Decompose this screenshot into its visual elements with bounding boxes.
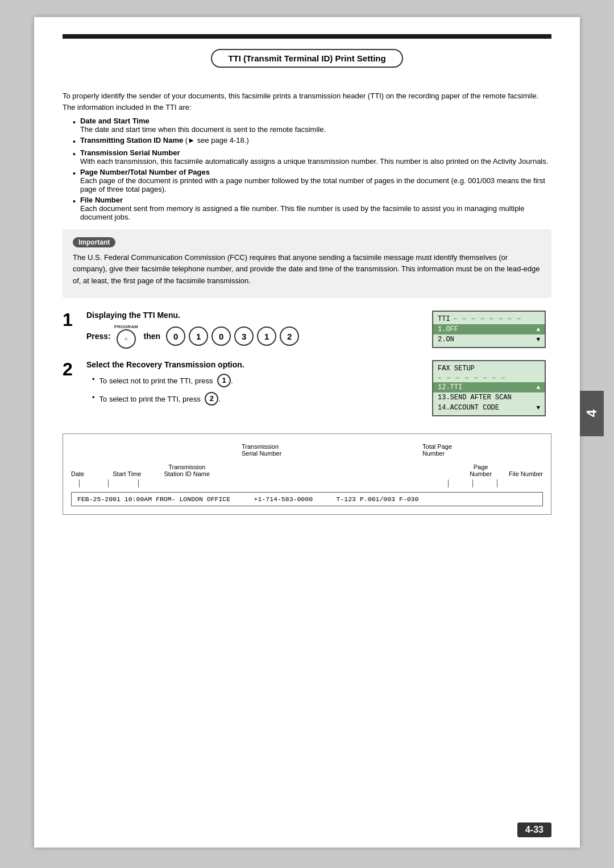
bullet-label: File Number: [80, 196, 123, 204]
lcd-1off-text: 1.OFF: [438, 325, 458, 333]
station-name-label: Transmission: [168, 464, 205, 470]
key-2-label: 2: [287, 332, 292, 341]
fax-sample-line: FEB-25-2001 10:00AM FROM- LONDON OFFICE …: [71, 492, 543, 506]
page-number-label-group: Page Number: [470, 464, 492, 477]
step2-lcd: FAX SETUP — — — — — — — — 12.TTI ▲ 13.SE…: [432, 360, 546, 416]
bullet-dot: •: [73, 137, 76, 146]
total-page-label: Total Page: [422, 443, 452, 450]
then-text: then: [144, 332, 161, 341]
step2-number: 2: [63, 360, 80, 378]
station-connector: [138, 480, 139, 487]
key-1-label: 1: [196, 332, 201, 341]
lcd-dashes2: — — — — — — — —: [438, 375, 506, 381]
side-tab: 4: [580, 391, 604, 436]
step1: 1 Displaying the TTI Menu. Press: PROGRA…: [63, 311, 551, 349]
step1-lcd: TTI — — — — — — — — 1.OFF ▲ 2.ON ▼: [432, 311, 546, 348]
program-button[interactable]: ○: [117, 329, 136, 349]
key-3-btn[interactable]: 3: [234, 326, 254, 346]
key-0-label: 0: [173, 332, 178, 341]
steps-section: 1 Displaying the TTI Menu. Press: PROGRA…: [63, 311, 551, 416]
program-icon: ○: [125, 336, 128, 342]
file-number-label: File Number: [509, 470, 543, 477]
file-number-label-group: File Number: [509, 470, 543, 477]
key-0-btn[interactable]: 0: [166, 326, 185, 346]
transmission-label-group: Transmission Serial Number: [242, 443, 281, 457]
key-0b-btn[interactable]: 0: [211, 326, 231, 346]
bullet-content: Transmission Serial Number With each tra…: [80, 148, 551, 166]
lcd-12tti-text: 12.TTI: [438, 383, 462, 391]
total-page-label-group: Total Page Number: [422, 443, 452, 457]
step2-title: Select the Recovery Transmission option.: [86, 360, 244, 369]
lcd-title-row: TTI — — — — — — — —: [433, 314, 545, 324]
section-title: TTI (Transmit Terminal ID) Print Setting: [228, 53, 385, 63]
step2-left: 2 Select the Recovery Transmission optio…: [63, 360, 418, 416]
file-connector: [497, 480, 497, 487]
lcd-13send-text: 13.SEND AFTER SCAN: [438, 394, 512, 402]
btn-1-inline[interactable]: 1: [217, 374, 231, 387]
lcd-row-2on: 2.ON ▼: [433, 334, 545, 345]
bullet-content: Transmitting Station ID Name (► see page…: [80, 136, 551, 144]
step1-body: Displaying the TTI Menu. Press: PROGRAM …: [86, 311, 299, 349]
lcd-dashes-row: — — — — — — — —: [433, 374, 545, 382]
lcd-arrow-down2: ▼: [536, 404, 540, 411]
step2: 2 Select the Recovery Transmission optio…: [63, 360, 551, 416]
important-box: Important The U.S. Federal Communication…: [63, 229, 551, 297]
number2-label: Number: [470, 470, 492, 477]
start-time-label: Start Time: [113, 470, 141, 477]
step1-title: Displaying the TTI Menu.: [86, 311, 299, 320]
station-id-label: Station ID Name: [164, 470, 210, 477]
lcd-title: TTI: [438, 315, 450, 323]
connector-lines: [71, 478, 543, 487]
bullet-label: Page Number/Total Number of Pages: [80, 168, 210, 176]
page-label: Page: [474, 464, 488, 470]
lcd-14account-text: 14.ACCOUNT CODE: [438, 404, 499, 412]
program-label: PROGRAM: [114, 324, 138, 329]
bullet-list: • Date and Start Time The date and start…: [73, 117, 551, 221]
side-tab-text: 4: [584, 410, 600, 417]
lcd-2on-text: 2.ON: [438, 336, 454, 344]
key-1b-btn[interactable]: 1: [257, 326, 276, 346]
intro-text: To properly identify the sender of your …: [63, 90, 551, 113]
press-row: Press: PROGRAM ○ then 0 1 0: [86, 324, 299, 349]
right-mid-labels: Page Number File Number: [470, 464, 543, 477]
step2-right: FAX SETUP — — — — — — — — 12.TTI ▲ 13.SE…: [432, 360, 551, 416]
bullet-dot: •: [73, 169, 76, 178]
bullet-detail: Each document sent from memory is assign…: [80, 204, 525, 221]
bullet-dot: •: [73, 118, 76, 127]
date-connector: [79, 480, 80, 487]
start-time-label-group: Start Time: [113, 470, 141, 477]
date-label: Date: [71, 470, 84, 477]
step1-number: 1: [63, 311, 80, 329]
list-item: • Date and Start Time The date and start…: [73, 117, 551, 134]
btn-2-inline[interactable]: 2: [205, 392, 218, 406]
key-0b-label: 0: [219, 332, 223, 341]
left-connectors: [71, 478, 139, 487]
sub-bullet-2: • To select to print the TTI, press 2.: [92, 392, 244, 406]
lcd-12tti-row: 12.TTI ▲: [433, 382, 545, 392]
key-2-btn[interactable]: 2: [280, 326, 299, 346]
bullet-detail: The date and start time when this docume…: [80, 125, 326, 134]
bullet-dot: •: [73, 197, 76, 206]
lcd-faxsetup-text: FAX SETUP: [438, 365, 475, 373]
list-item: • Transmitting Station ID Name (► see pa…: [73, 136, 551, 146]
sub-bullet-1: • To select not to print the TTI, press …: [92, 374, 244, 387]
key-1-btn[interactable]: 1: [189, 326, 208, 346]
bullet-detail: With each transmission, this facsimile a…: [80, 157, 548, 166]
program-button-wrapper: PROGRAM ○: [114, 324, 138, 349]
sub-bullet-2-text: To select to print the TTI, press 2.: [99, 392, 221, 406]
lcd-faxsetup-row: FAX SETUP: [433, 363, 545, 374]
bullet-ref: (► see page 4-18.): [185, 136, 249, 144]
fax-sample-text: FEB-25-2001 10:00AM FROM- LONDON OFFICE …: [77, 495, 418, 503]
page-connector: [472, 480, 473, 487]
bullet-content: Page Number/Total Number of Pages Each p…: [80, 168, 551, 193]
lcd-13send-row: 13.SEND AFTER SCAN: [433, 392, 545, 403]
bullet-label: Transmission Serial Number: [80, 148, 180, 157]
step1-left: 1 Displaying the TTI Menu. Press: PROGRA…: [63, 311, 418, 349]
top-bar: [63, 34, 551, 39]
lcd-dashes: — — — — — — — —: [454, 316, 522, 322]
key-1b-label: 1: [264, 332, 269, 341]
important-label: Important: [73, 237, 115, 247]
fax-diagram: Transmission Serial Number Total Page Nu…: [63, 433, 551, 515]
page-number: 4-33: [517, 822, 551, 837]
start-time-connector: [108, 480, 109, 487]
